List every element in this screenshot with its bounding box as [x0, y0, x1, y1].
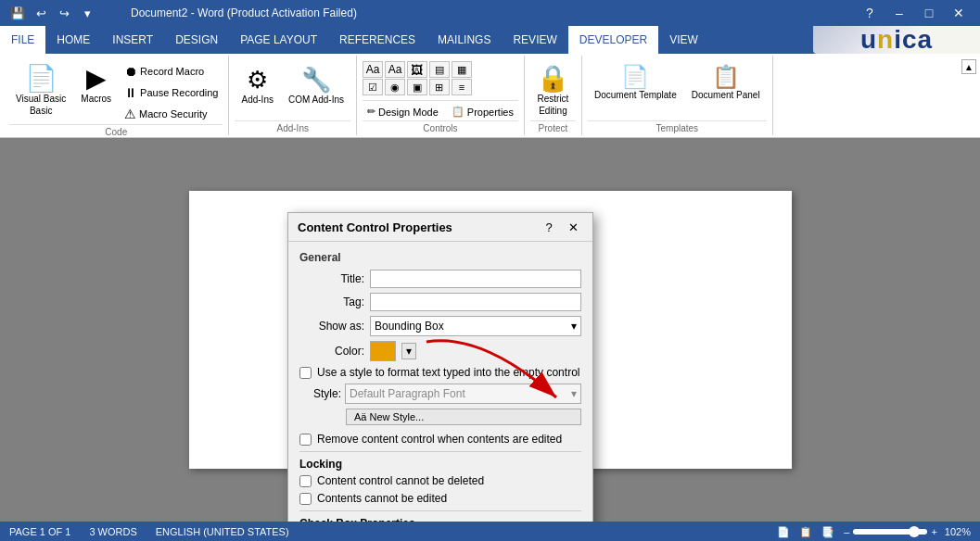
cannot-edit-checkbox[interactable]: [299, 493, 312, 505]
document-template-icon: 📄: [621, 64, 649, 90]
cannot-edit-label: Contents cannot be edited: [317, 492, 447, 505]
document-panel-btn[interactable]: 📋 Document Panel: [685, 61, 767, 103]
add-ins-btn[interactable]: ⚙ Add-Ins: [235, 61, 279, 109]
zoom-thumb[interactable]: [909, 526, 920, 537]
controls-group-label: Controls: [363, 120, 518, 133]
window-controls: ? – □ ✕: [856, 4, 973, 22]
tag-row: Tag:: [299, 293, 581, 311]
show-as-select[interactable]: Bounding Box ▾: [370, 316, 581, 336]
macro-buttons: ⏺ Record Macro ⏸ Pause Recording ⚠ Macro…: [120, 61, 223, 124]
use-style-row: Use a style to format text typed into th…: [299, 366, 581, 379]
new-style-btn[interactable]: Aä New Style...: [346, 409, 581, 425]
tab-design[interactable]: DESIGN: [164, 26, 229, 54]
zoom-out-btn[interactable]: –: [844, 526, 849, 537]
page-info: PAGE 1 OF 1: [9, 526, 70, 537]
ctrl-icon-5[interactable]: ▦: [452, 61, 472, 78]
code-group-content: 📄 Visual Basic Basic ▶ Macros ⏺ Record M…: [9, 57, 223, 124]
close-btn[interactable]: ✕: [945, 4, 973, 22]
tab-home[interactable]: HOME: [45, 26, 101, 54]
pause-icon: ⏸: [124, 85, 137, 100]
properties-icon: 📋: [452, 106, 465, 118]
dialog-close-btn[interactable]: ✕: [563, 219, 583, 235]
view-icon-1[interactable]: 📄: [777, 526, 790, 538]
record-macro-label: Record Macro: [140, 66, 204, 77]
customize-btn[interactable]: ▾: [77, 3, 97, 23]
ribbon-tabs: FILE HOME INSERT DESIGN PAGE LAYOUT REFE…: [0, 26, 980, 54]
restrict-editing-btn[interactable]: 🔒 Restrict Editing: [530, 61, 576, 120]
ctrl-icon-1[interactable]: Aa: [363, 61, 383, 78]
ctrl-icon-6[interactable]: ☑: [363, 79, 383, 95]
visual-basic-btn[interactable]: 📄 Visual Basic Basic: [9, 61, 72, 120]
record-macro-btn[interactable]: ⏺ Record Macro: [120, 61, 223, 82]
pause-recording-btn[interactable]: ⏸ Pause Recording: [120, 82, 223, 103]
color-row: Color: ▾: [299, 341, 581, 361]
tab-mailings[interactable]: MAILINGS: [426, 26, 502, 54]
app-title: Document2 - Word (Product Activation Fai…: [131, 6, 357, 19]
use-style-checkbox[interactable]: [299, 367, 312, 379]
zoom-level: 102%: [945, 526, 971, 537]
security-icon: ⚠: [124, 107, 136, 121]
color-dropdown-btn[interactable]: ▾: [401, 343, 416, 359]
save-btn[interactable]: 💾: [7, 3, 28, 23]
com-add-ins-btn[interactable]: 🔧 COM Add-Ins: [282, 61, 350, 109]
design-mode-btn[interactable]: ✏ Design Mode: [363, 103, 443, 120]
content-control-dialog: Content Control Properties ? ✕ General T…: [287, 212, 593, 522]
redo-btn[interactable]: ↪: [54, 3, 74, 23]
minimize-btn[interactable]: –: [885, 4, 913, 22]
status-bar: PAGE 1 OF 1 3 WORDS ENGLISH (UNITED STAT…: [0, 522, 980, 541]
document-panel-icon: 📋: [712, 64, 740, 90]
addins-group-content: ⚙ Add-Ins 🔧 COM Add-Ins: [235, 57, 350, 120]
show-as-label: Show as:: [299, 320, 364, 333]
checkbox-props-header: Check Box Properties: [299, 517, 581, 522]
collapse-ribbon-btn[interactable]: ▲: [961, 59, 976, 74]
title-row: Title:: [299, 270, 581, 288]
properties-btn[interactable]: 📋 Properties: [447, 103, 518, 120]
design-properties-row: ✏ Design Mode 📋 Properties: [363, 100, 518, 120]
zoom-slider[interactable]: [853, 529, 927, 535]
control-icons: Aa Aa 🖼 ▤ ▦ ☑ ◉ ▣ ⊞ ≡: [363, 61, 518, 120]
addins-icon: ⚙: [247, 66, 268, 94]
undo-btn[interactable]: ↩: [31, 3, 51, 23]
ctrl-icon-3[interactable]: 🖼: [407, 61, 427, 78]
controls-row2: ☑ ◉ ▣ ⊞ ≡: [363, 79, 518, 95]
macros-btn[interactable]: ▶ Macros: [74, 61, 118, 108]
title-input[interactable]: [370, 270, 581, 288]
properties-label: Properties: [467, 107, 514, 118]
dialog-help-btn[interactable]: ?: [539, 219, 559, 235]
zoom-in-btn[interactable]: +: [931, 526, 936, 537]
tab-review[interactable]: REVIEW: [502, 26, 567, 54]
ctrl-icon-2[interactable]: Aa: [385, 61, 405, 78]
ctrl-icon-7[interactable]: ◉: [385, 79, 405, 95]
show-as-dropdown-icon: ▾: [571, 320, 577, 333]
tab-insert[interactable]: INSERT: [101, 26, 164, 54]
ctrl-icon-4[interactable]: ▤: [429, 61, 450, 78]
cannot-delete-checkbox[interactable]: [299, 475, 312, 487]
status-right: 📄 📋 📑 – + 102%: [777, 526, 971, 538]
maximize-btn[interactable]: □: [915, 4, 943, 22]
tab-file[interactable]: FILE: [0, 26, 45, 54]
ctrl-icon-9[interactable]: ⊞: [429, 79, 450, 95]
color-swatch[interactable]: [370, 341, 396, 361]
locking-header: Locking: [299, 458, 581, 471]
tab-developer[interactable]: DEVELOPER: [568, 26, 658, 54]
style-row: Style: Default Paragraph Font ▾: [299, 384, 581, 404]
view-icon-3[interactable]: 📑: [821, 526, 834, 538]
tab-page-layout[interactable]: PAGE LAYOUT: [229, 26, 328, 54]
tag-input[interactable]: [370, 293, 581, 311]
remove-when-edited-checkbox[interactable]: [299, 434, 312, 446]
divider-2: [299, 510, 581, 511]
style-select[interactable]: Default Paragraph Font ▾: [345, 384, 581, 404]
document-template-label: Document Template: [594, 90, 677, 100]
tab-view[interactable]: VIEW: [658, 26, 709, 54]
ribbon-group-addins: ⚙ Add-Ins 🔧 COM Add-Ins Add-Ins: [229, 56, 357, 135]
visual-basic-icon: 📄: [25, 66, 57, 92]
restrict-editing-icon: 🔒: [537, 66, 569, 92]
view-icon-2[interactable]: 📋: [799, 526, 812, 538]
ctrl-icon-10[interactable]: ≡: [452, 79, 472, 95]
ctrl-icon-8[interactable]: ▣: [407, 79, 427, 95]
help-btn[interactable]: ?: [856, 4, 884, 22]
document-template-btn[interactable]: 📄 Document Template: [588, 61, 683, 103]
general-section-header: General: [299, 251, 581, 264]
tab-references[interactable]: REFERENCES: [328, 26, 426, 54]
macro-security-btn[interactable]: ⚠ Macro Security: [120, 104, 223, 124]
